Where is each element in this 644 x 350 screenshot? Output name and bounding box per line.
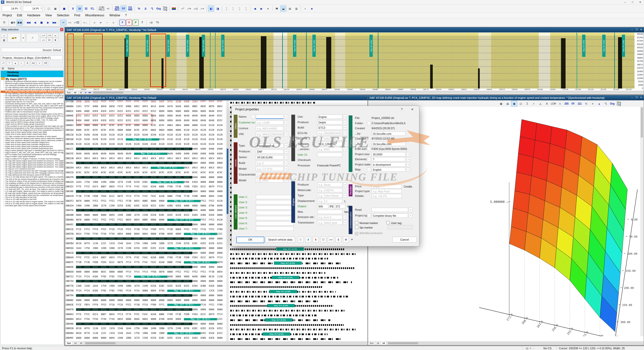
display-bin-button[interactable]: 111444	[127, 6, 133, 12]
new-map-icon[interactable]: ▱*	[180, 6, 186, 12]
map3d-tool-6[interactable]: ◬	[537, 101, 543, 107]
bitwidth-8-button[interactable]: 8	[70, 6, 76, 12]
hex-row[interactable]: 20051EFFCEFFFAFFF8FFE5FF26FF26FFE2FF3BFF…	[65, 228, 225, 233]
map3d-tool-15[interactable]: ▲	[596, 101, 602, 107]
bdm-bsl-checkbox[interactable]: ✓Bdm/Bsl protection	[355, 232, 383, 235]
map-marker[interactable]: Map: 8x7 (8 Bit)	[582, 35, 585, 57]
hex-row[interactable]: 200168012001A001A0012001200120Map: 8x7 (…	[65, 138, 225, 143]
hex-row[interactable]: 200488000000000000000000941A901DB01E7821…	[65, 214, 225, 218]
hex-row[interactable]: 20042419001A901DB01E782198D258D2BC02EE03…	[65, 204, 225, 209]
axis-spinner[interactable]: ▴▾	[236, 6, 243, 12]
tab-2d[interactable]: 2d	[375, 342, 381, 345]
map-grid-button[interactable]: ▦	[38, 20, 45, 26]
map3d-tool-17[interactable]: Org	[609, 101, 615, 107]
map-marker[interactable]: Map: 8x7 (8 Bit)	[202, 35, 205, 57]
hexdump-list-item[interactable]: Hexdump	[1, 71, 63, 74]
bitwidth-32-button[interactable]: 32	[83, 6, 89, 12]
hex-row[interactable]: 20003C04D6060E03E803E8035203520352035203…	[65, 110, 225, 114]
window-minimize-icon[interactable]: –	[630, 28, 634, 32]
comment-icon[interactable]: 🗩	[320, 237, 326, 243]
add-map-icon[interactable]: ▱+	[199, 6, 205, 12]
ecu-input[interactable]: e.g. 03G906016GN	[317, 131, 342, 135]
save-project-icon[interactable]: ▦	[1, 38, 7, 42]
map-inline-label[interactable]: Map: 8x7 (8 Bit)	[272, 276, 299, 279]
project-input[interactable]: English	[372, 167, 406, 172]
spi-marker-checkbox[interactable]: Spi marker	[355, 226, 373, 229]
project-expand-button[interactable]: >	[406, 157, 410, 161]
h-scrollbar[interactable]	[85, 342, 367, 344]
ecu-input[interactable]: e.g. 0281012113	[317, 136, 342, 141]
ecu-input[interactable]: PC4_1284P3C	[317, 142, 342, 146]
hex-row[interactable]: 2008D40014FFA6FFA6FFA6FF4A005A0000004600…	[65, 318, 225, 322]
window-restore-icon[interactable]: ❐	[634, 28, 639, 32]
map-3d-titlebar[interactable]: DAF XF106 EUR6 (Original) as ?, PC4_1284…	[368, 95, 644, 100]
hex-row[interactable]: 2004560000000000000000000000000000000000…	[65, 209, 225, 213]
options-search-icon[interactable]: ⌕⚙	[148, 20, 154, 26]
menu-?[interactable]: ?	[123, 13, 129, 18]
user-tag-input[interactable]	[388, 225, 413, 229]
checksum-bomb-icon[interactable]: ʘ	[1, 20, 7, 26]
reseller-input[interactable]: empty = ?	[372, 184, 402, 189]
layout2-icon[interactable]: ⬓	[280, 6, 286, 12]
scroll-thumb[interactable]	[227, 149, 228, 214]
checksum-mail-icon[interactable]: ✉	[46, 38, 52, 42]
tab-3d[interactable]: 3d	[381, 342, 387, 345]
hex-row[interactable]: 2004BA00780000FFE2FFE2FFE2FFE2005A005A00…	[65, 218, 225, 223]
hex-row[interactable]: 1FFFD8395030365433FFFFFFFFFFFFFFFFFFFFFF…	[65, 100, 225, 105]
hex-row[interactable]: 20083EFFCEFBFAFFF8FFE5FF26FF26FFE2FF3BFF…	[65, 303, 225, 308]
vehicle-expand-button[interactable]: >	[284, 167, 288, 171]
reseller-input[interactable]: e.g. +25 PS	[372, 194, 402, 198]
reseller-input[interactable]: e.g. Map Pack	[372, 189, 402, 193]
comm-project-type-input[interactable]: Complete binary file	[372, 213, 408, 218]
ecu-expand-button[interactable]: >	[343, 136, 347, 141]
project-browse-button[interactable]: ...	[367, 167, 371, 172]
hex-row[interactable]: 2007DA0000000000000000000000000000000000…	[65, 294, 225, 299]
menu-miscellaneous[interactable]: Miscellaneous	[83, 13, 107, 18]
map-marker[interactable]: Map: 8x7 (8 Bit)	[602, 35, 606, 57]
map-delete-icon[interactable]: ▱⌫	[73, 20, 79, 26]
ecu-expand-button[interactable]: >	[343, 125, 347, 130]
ecu-input[interactable]	[317, 153, 342, 157]
search-vehicle-data-button[interactable]: Search vehicle data	[265, 237, 295, 243]
section-icon[interactable]: §	[335, 237, 341, 243]
user-input[interactable]	[256, 216, 294, 220]
marker-P-button[interactable]: P	[133, 20, 139, 26]
map-inline-label[interactable]: Map: 8x7 (8 Bit)	[167, 200, 200, 202]
hex-row[interactable]: 20064AFFFEFFCE01F400D7005AFFC4FF7AFFACFE…	[65, 256, 225, 261]
menu-hardware[interactable]: Hardware	[25, 13, 43, 18]
delta-button[interactable]: Δ	[142, 6, 148, 12]
map-inline-label[interactable]: Map: 8x7 (8 Bit)	[134, 276, 167, 278]
hex-row[interactable]: 200262000000000000000001F400000000000000…	[65, 162, 225, 166]
map-list-item[interactable]: ✳Derivative gain data of turbo speed lim…	[1, 205, 63, 207]
import-file-icon[interactable]: ▱+	[40, 33, 46, 38]
layout1-icon[interactable]: ⬒	[274, 6, 280, 12]
window-mode-icon[interactable]: ◧	[208, 6, 214, 12]
map-inline-label[interactable]: Map: 8x7 (8 Bit)	[167, 304, 200, 306]
window-close-icon[interactable]: ✕	[639, 96, 643, 100]
list-column-header[interactable]: M. Name	[1, 67, 64, 71]
hex-row[interactable]: 2009380E100FF81130122C13C015401644175819…	[65, 327, 225, 332]
read-expand-button[interactable]: >	[409, 208, 413, 212]
ecu-expand-button[interactable]: >	[343, 147, 347, 151]
view-matrix-icon[interactable]: ▩	[61, 6, 67, 12]
layout3-icon[interactable]: ▤	[287, 6, 293, 12]
hex-row[interactable]: 20080C0000000000000000000000000000000000…	[65, 299, 225, 303]
hex-row[interactable]: 2000D20000000800080C9C0C9C0C9C0C9C000800…	[65, 124, 225, 128]
map-marker[interactable]: Map: 8x7 (8 Bit)	[186, 35, 189, 57]
map-marker[interactable]: Map: 8x7 (8 Bit)	[622, 35, 625, 57]
hex-row[interactable]: 2005E61644175819001A901D801E782198D258D2…	[65, 247, 225, 251]
hex-row[interactable]: 2009060000000000000000000000000000000000…	[65, 323, 225, 327]
export-icon[interactable]: ⇗	[26, 33, 39, 42]
globe-export-icon[interactable]: ⬆	[313, 237, 319, 243]
map3d-tool-3[interactable]: ◫	[518, 101, 524, 107]
user-input[interactable]	[256, 205, 294, 210]
engine-expand-button[interactable]: >	[343, 193, 347, 198]
filter-6[interactable]: ≡	[37, 61, 42, 65]
last-map-button[interactable]: ▶▶	[52, 20, 58, 26]
menu-find[interactable]: Find	[72, 13, 83, 18]
window-restore-icon[interactable]: ❐	[634, 96, 639, 100]
hex-row[interactable]: 2003C0FF3BFF3BFEDBFED4021C0079FFC4FF7AFF…	[65, 195, 225, 199]
original-button[interactable]: Org	[155, 6, 162, 12]
hex-row[interactable]: 2007440000000000000000000000000000000000…	[65, 280, 225, 284]
client-expand-button[interactable]: >	[284, 115, 288, 119]
